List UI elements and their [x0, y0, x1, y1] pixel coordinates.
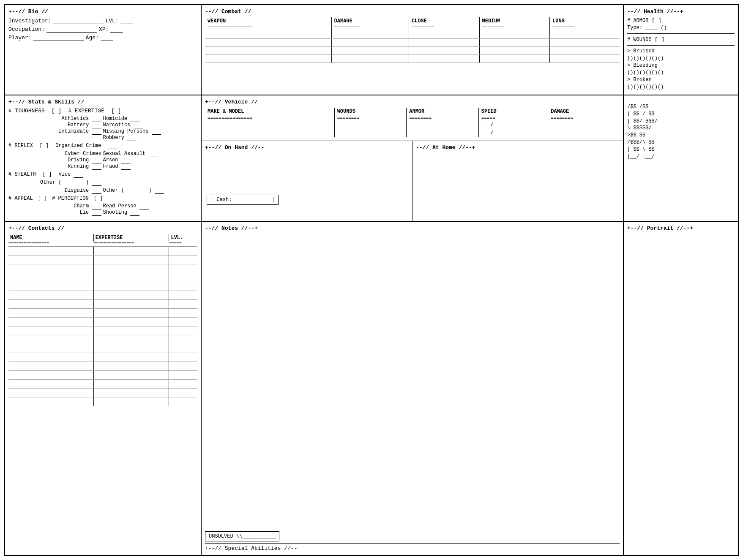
combat-row-4[interactable] — [205, 55, 620, 63]
appeal-brackets[interactable]: [ ] — [38, 196, 47, 201]
occupation-value[interactable] — [46, 26, 97, 33]
contacts-header: +--// Contacts // — [8, 225, 197, 231]
perception-brackets[interactable]: [ ] — [94, 196, 103, 201]
investigator-value[interactable] — [53, 17, 104, 24]
age-value[interactable] — [101, 34, 113, 41]
notes-textarea[interactable] — [205, 234, 620, 382]
skill-read-person: Read Person — [103, 203, 198, 209]
contact-row-2[interactable] — [8, 256, 197, 264]
armor-header: ARMOR — [407, 108, 479, 115]
skill-shooting: Shooting — [103, 209, 198, 216]
skills-grid: Athletics Homicide Battery Narcotics Int… — [8, 116, 197, 141]
skill-disguise: Disguise — [8, 188, 103, 194]
contact-row-16[interactable] — [8, 380, 197, 389]
contact-row-15[interactable] — [8, 371, 197, 380]
type-label: Type: ____ — [627, 25, 658, 31]
wounds-brackets[interactable]: [ ] — [655, 36, 664, 43]
combat-row-1[interactable] — [205, 31, 620, 39]
expertise-brackets[interactable]: [ ] — [111, 108, 121, 114]
type-paren: () — [661, 25, 667, 31]
skill-fraud: Fraud — [103, 163, 198, 170]
contact-row-10[interactable] — [8, 326, 197, 335]
combat-row-2[interactable] — [205, 39, 620, 47]
skill-lie: Lie — [8, 209, 103, 216]
notes-section: --// Notes //--+ UNSOLVED \\___________ … — [202, 222, 624, 555]
broken-circles[interactable]: ()()()()()() — [627, 84, 735, 90]
broken-label: > Broken — [627, 77, 652, 83]
vehicle-header: +--// Vehicle // — [205, 99, 620, 105]
other1-field: Other ( ) — [8, 179, 103, 186]
contact-row-9[interactable] — [8, 318, 197, 326]
armor-brackets[interactable]: [ ] — [652, 17, 661, 24]
vice-label: Vice — [58, 171, 83, 178]
skill-athletics: Athletics — [8, 116, 103, 122]
other2-field — [103, 179, 198, 186]
cash-box[interactable]: | Cash: | — [207, 195, 279, 205]
other-row: Other ( ) — [8, 179, 197, 186]
athome-part: --// At Home //--+ — [412, 141, 623, 221]
contact-row-12[interactable] — [8, 344, 197, 353]
health-header: --// Health //--+ — [627, 8, 735, 15]
skill-running: Running — [8, 163, 103, 170]
health-divider1 — [627, 33, 735, 34]
player-value[interactable] — [33, 34, 84, 41]
skill-homicide: Homicide — [103, 116, 198, 122]
onhand-athome: +--// On Hand //-- | Cash: | --// At Hom… — [202, 141, 623, 221]
contact-row-17[interactable] — [8, 389, 197, 397]
money-art-line2: | $$ / $$ — [627, 111, 735, 118]
combat-row-3[interactable] — [205, 47, 620, 55]
bleeding-circles[interactable]: ()()()()()() — [627, 70, 735, 76]
make-model-header: MAKE & MODEL — [205, 108, 334, 115]
reflex-brackets[interactable]: [ ] — [40, 143, 49, 149]
damage-eq: ========= — [331, 25, 409, 31]
wounds-label: # WOUNDS — [627, 37, 652, 43]
contact-row-14[interactable] — [8, 362, 197, 371]
skill-missing-persons: Missing Persons — [103, 128, 198, 135]
unsolved-line: \\___________ — [236, 533, 276, 539]
skill-intimidate: Intimidate — [8, 128, 103, 135]
vehicle-onhand-section: +--// Vehicle // MAKE & MODEL WOUNDS ARM… — [202, 95, 624, 221]
skill-robbery: Robbery — [103, 135, 198, 141]
contact-row-13[interactable] — [8, 353, 197, 362]
lvl-value[interactable] — [120, 17, 133, 24]
contact-row-8[interactable] — [8, 309, 197, 318]
special-abilities-bottom-header: +--// Special Abilities //--+ — [205, 543, 620, 552]
skill-empty1 — [8, 135, 103, 141]
mid-row: +--// Stats & Skills // # TOUGHNESS [ ] … — [5, 95, 738, 222]
bio-section: +--// Bio // Investigator: LVL: Occupati… — [5, 5, 202, 95]
investigator-label: Investigator: — [8, 18, 51, 24]
contact-row-6[interactable] — [8, 291, 197, 300]
combat-header-row: WEAPON DAMAGE CLOSE MEDIUM LONG — [205, 17, 620, 25]
bruised-label: > Bruised — [627, 48, 655, 54]
weapon-eq: ================ — [205, 25, 331, 31]
combat-eq-row: ================ ========= ======== ====… — [205, 25, 620, 31]
vehicle-row-1[interactable]: ___/ — [205, 121, 620, 129]
vehicle-table: MAKE & MODEL WOUNDS ARMOR SPEED DAMAGE =… — [205, 108, 620, 137]
armor-row: # ARMOR [ ] — [627, 17, 735, 24]
contacts-header-row: NAME EXPERTISE LVL. — [8, 234, 197, 242]
cash-end: | — [272, 197, 275, 203]
damage-col-header: DAMAGE — [331, 17, 409, 25]
notes-area[interactable] — [205, 234, 620, 511]
vehicle-row-2[interactable]: ___/___ — [205, 129, 620, 137]
xp-value[interactable] — [110, 26, 123, 33]
contact-row-7[interactable] — [8, 300, 197, 309]
unsolved-box: UNSOLVED \\___________ — [205, 531, 279, 541]
contact-row-1[interactable] — [8, 247, 197, 256]
appeal-perception-row: # APPEAL [ ] # PERCEPTION [ ] — [8, 196, 197, 201]
speed-header: SPEED — [478, 108, 548, 115]
contact-row-4[interactable] — [8, 273, 197, 282]
perception-label: # PERCEPTION — [52, 196, 88, 201]
toughness-brackets[interactable]: [ ] — [52, 108, 61, 114]
stealth-brackets[interactable]: [ ] — [43, 171, 52, 178]
contact-row-5[interactable] — [8, 282, 197, 291]
wounds-row: # WOUNDS [ ] — [627, 36, 735, 43]
appeal-label: # APPEAL — [8, 196, 33, 201]
bruised-circles[interactable]: ()()()()()() — [627, 55, 735, 61]
vehicle-eq-row: ================ ======== ======== =====… — [205, 115, 620, 121]
contact-row-3[interactable] — [8, 264, 197, 273]
contact-row-11[interactable] — [8, 335, 197, 344]
player-label: Player: — [8, 35, 32, 41]
contact-row-18[interactable] — [8, 397, 197, 406]
age-label: Age: — [86, 35, 99, 41]
